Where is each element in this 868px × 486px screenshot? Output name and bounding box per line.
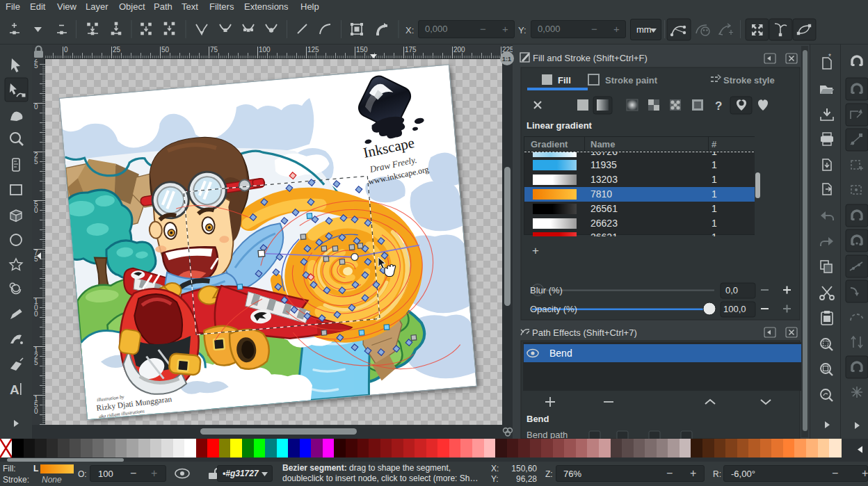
svg-text:0: 0 [34, 310, 38, 318]
svg-text:*: * [828, 53, 831, 60]
svg-text:Fill and Stroke (Shift+Ctrl+F): Fill and Stroke (Shift+Ctrl+F) [533, 53, 648, 63]
svg-text:Stroke paint: Stroke paint [605, 75, 658, 86]
svg-text:Bend: Bend [527, 414, 549, 424]
svg-text:Bend: Bend [549, 348, 572, 359]
svg-text:200: 200 [453, 46, 465, 54]
svg-text:Bend path: Bend path [527, 430, 568, 439]
svg-text:100: 100 [259, 46, 271, 54]
svg-text:100,0: 100,0 [723, 304, 746, 314]
svg-text:150: 150 [356, 46, 368, 54]
svg-text:Stroke style: Stroke style [723, 75, 775, 86]
svg-text:5: 5 [34, 62, 38, 70]
svg-text:A: A [10, 382, 19, 397]
svg-text:0: 0 [34, 407, 38, 415]
svg-text:125: 125 [307, 46, 319, 54]
svg-text:5: 5 [34, 359, 38, 366]
svg-text:0: 0 [64, 46, 68, 54]
svg-text:1:1: 1:1 [502, 56, 511, 63]
svg-text:Linear gradient: Linear gradient [527, 120, 593, 131]
svg-text:5: 5 [34, 158, 38, 165]
svg-text:175: 175 [405, 46, 417, 54]
svg-text:Blur (%): Blur (%) [530, 285, 563, 295]
svg-text:Opacity (%): Opacity (%) [530, 304, 577, 314]
svg-text:0: 0 [34, 206, 38, 214]
svg-text:Path Effects (Shift+Ctrl+7): Path Effects (Shift+Ctrl+7) [532, 327, 637, 338]
svg-text:0: 0 [34, 103, 38, 111]
svg-text:25: 25 [113, 46, 121, 54]
svg-text:Fill: Fill [558, 75, 571, 86]
svg-text:75: 75 [210, 46, 218, 54]
svg-text:50: 50 [161, 46, 170, 54]
svg-text:?: ? [715, 99, 722, 113]
svg-text:0,0: 0,0 [725, 285, 738, 295]
